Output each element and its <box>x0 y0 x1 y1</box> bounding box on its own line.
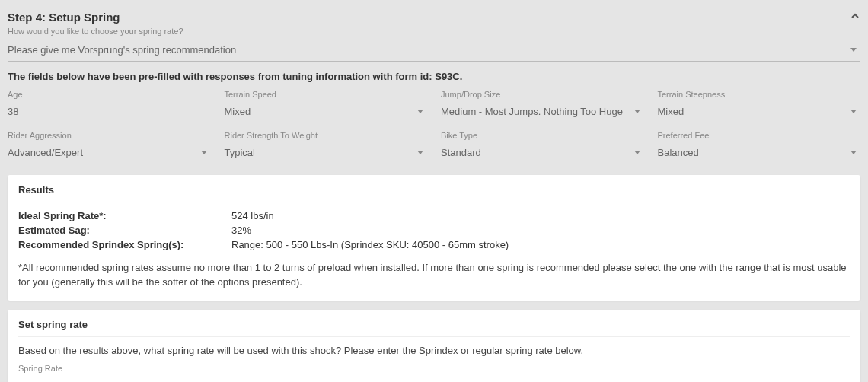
preferred-feel-label: Preferred Feel <box>658 131 861 140</box>
terrain-steepness-label: Terrain Steepness <box>658 90 861 99</box>
svg-marker-7 <box>850 151 857 154</box>
spring-rate-input[interactable] <box>18 374 259 382</box>
rider-aggression-select[interactable]: Advanced/Expert <box>8 142 211 164</box>
svg-marker-6 <box>634 151 640 154</box>
results-title: Results <box>18 184 850 202</box>
terrain-steepness-select[interactable]: Mixed <box>658 100 861 123</box>
caret-down-icon <box>200 147 208 158</box>
recommended-label: Recommended Sprindex Spring(s): <box>18 239 231 250</box>
svg-marker-2 <box>634 110 640 113</box>
preferred-feel-select[interactable]: Balanced <box>658 142 861 164</box>
caret-down-icon <box>850 106 857 117</box>
terrain-speed-label: Terrain Speed <box>225 90 428 99</box>
rider-aggression-value: Advanced/Expert <box>8 147 83 158</box>
caret-down-icon <box>850 147 857 158</box>
rider-aggression-label: Rider Aggression <box>8 131 211 140</box>
terrain-steepness-value: Mixed <box>658 106 685 117</box>
set-spring-title: Set spring rate <box>18 319 850 337</box>
svg-marker-4 <box>201 151 207 154</box>
rider-strength-label: Rider Strength To Weight <box>225 131 428 140</box>
bike-type-value: Standard <box>441 147 481 158</box>
bike-type-label: Bike Type <box>441 131 644 140</box>
jump-drop-value: Medium - Most Jumps. Nothing Too Huge <box>441 106 623 117</box>
recommended-value: Range: 500 - 550 Lbs-In (Sprindex SKU: 4… <box>231 239 509 250</box>
jump-drop-label: Jump/Drop Size <box>441 90 644 99</box>
bike-type-select[interactable]: Standard <box>441 142 644 164</box>
svg-marker-3 <box>850 110 857 113</box>
sag-label: Estimated Sag: <box>18 224 231 236</box>
results-card: Results Ideal Spring Rate*: 524 lbs/in E… <box>8 175 860 301</box>
set-spring-card: Set spring rate Based on the results abo… <box>8 310 860 382</box>
ideal-rate-label: Ideal Spring Rate*: <box>18 210 231 221</box>
collapse-toggle[interactable] <box>850 12 860 23</box>
results-note: *All recommended spring rates assume no … <box>18 261 850 290</box>
step-subtext: How would you like to choose your spring… <box>8 27 860 36</box>
set-spring-desc: Based on the results above, what spring … <box>18 345 850 356</box>
caret-down-icon <box>850 44 857 56</box>
caret-down-icon <box>416 147 424 158</box>
terrain-speed-select[interactable]: Mixed <box>225 100 428 123</box>
svg-marker-0 <box>850 48 857 52</box>
svg-marker-5 <box>417 151 423 154</box>
caret-down-icon <box>633 147 641 158</box>
step-title: Step 4: Setup Spring <box>8 11 120 24</box>
prefill-message: The fields below have been pre-filled wi… <box>8 71 860 82</box>
ideal-rate-value: 524 lbs/in <box>231 210 274 221</box>
caret-down-icon <box>416 106 424 117</box>
chevron-up-icon <box>850 11 860 23</box>
sag-value: 32% <box>231 224 251 236</box>
svg-marker-1 <box>417 110 423 113</box>
rider-strength-value: Typical <box>225 147 255 158</box>
spring-rate-label: Spring Rate <box>18 364 259 373</box>
preferred-feel-value: Balanced <box>658 147 699 158</box>
rider-strength-select[interactable]: Typical <box>225 142 428 164</box>
age-label: Age <box>8 90 211 99</box>
rate-method-value: Please give me Vorsprung's spring recomm… <box>8 44 236 56</box>
caret-down-icon <box>633 106 641 117</box>
terrain-speed-value: Mixed <box>225 106 251 117</box>
rate-method-select[interactable]: Please give me Vorsprung's spring recomm… <box>8 39 860 62</box>
age-input[interactable] <box>8 100 211 123</box>
jump-drop-select[interactable]: Medium - Most Jumps. Nothing Too Huge <box>441 100 644 123</box>
